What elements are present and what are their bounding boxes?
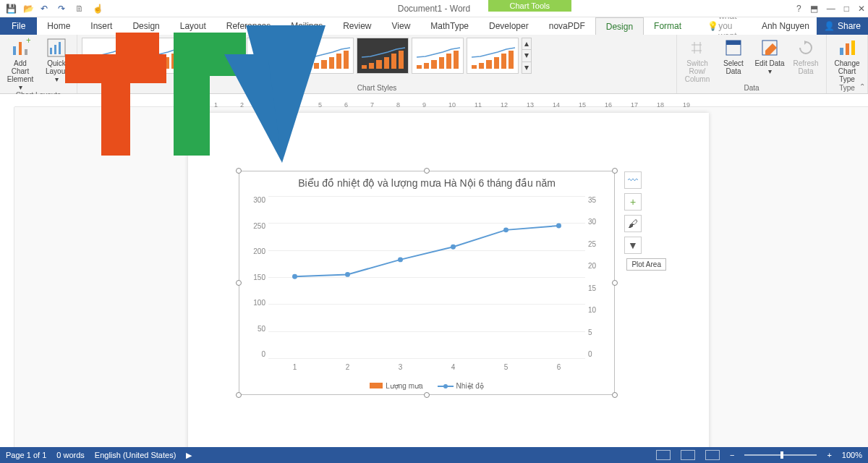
resize-handle[interactable] [612, 168, 618, 174]
y-axis-right: 35302520151050 [588, 196, 610, 358]
chart-style-thumb[interactable] [467, 38, 519, 74]
add-chart-element-label: Add Chart Element [4, 59, 36, 83]
chart-style-thumb[interactable] [137, 38, 189, 74]
chart-styles-button[interactable]: 🖌 [624, 215, 642, 232]
svg-point-15 [345, 272, 350, 277]
svg-point-19 [556, 224, 561, 229]
vertical-ruler[interactable] [0, 107, 14, 447]
svg-point-18 [503, 227, 509, 232]
chart-style-thumb[interactable] [82, 38, 134, 74]
change-chart-type-button[interactable]: Change Chart Type [831, 38, 863, 83]
chart-styles-gallery[interactable]: ▴ ▾ ▾ [82, 38, 672, 74]
collapse-ribbon-icon[interactable]: ⌃ [859, 82, 865, 90]
legend-item-bar: Lượng mưa [370, 382, 422, 390]
plot-area[interactable]: 300250200150100500 35302520151050 123456 [268, 196, 585, 358]
minimize-icon[interactable]: — [827, 4, 835, 14]
share-icon: 👤 [824, 21, 835, 31]
line-series [268, 196, 585, 344]
zoom-level[interactable]: 100% [842, 451, 862, 459]
ribbon-display-icon[interactable]: ⬒ [810, 4, 818, 14]
svg-rect-11 [840, 48, 843, 55]
document-page: Biểu đồ nhiệt độ và lượng mưa Hà Nội 6 t… [188, 113, 709, 447]
user-name[interactable]: Anh Nguyen [754, 17, 817, 35]
chart-style-thumb[interactable] [302, 38, 354, 74]
tab-novapdf[interactable]: novaPDF [539, 17, 595, 35]
tab-insert[interactable]: Insert [80, 17, 122, 35]
x-axis: 123456 [268, 363, 585, 371]
tab-home[interactable]: Home [37, 17, 80, 35]
tab-mathtype[interactable]: MathType [420, 17, 479, 35]
window-controls: ? ⬒ — □ ✕ [796, 4, 865, 14]
tab-design[interactable]: Design [122, 17, 169, 35]
chart-style-thumb[interactable] [192, 38, 244, 74]
legend-swatch-bar [370, 383, 383, 388]
macro-icon[interactable]: ▶ [186, 451, 192, 460]
print-layout-button[interactable] [681, 450, 695, 460]
maximize-icon[interactable]: □ [844, 4, 849, 14]
resize-handle[interactable] [236, 280, 242, 286]
zoom-in-button[interactable]: + [827, 451, 831, 459]
read-mode-button[interactable] [656, 450, 671, 460]
chart-tools-contextual-tab: Chart Tools [488, 0, 571, 12]
redo-icon[interactable]: ↷ [58, 4, 68, 14]
new-icon[interactable]: 🗎 [75, 4, 85, 14]
chart-style-thumb[interactable] [357, 38, 409, 74]
close-icon[interactable]: ✕ [858, 4, 865, 14]
svg-rect-2 [25, 49, 27, 55]
tab-chart-format[interactable]: Format [644, 17, 692, 35]
tab-layout[interactable]: Layout [170, 17, 216, 35]
resize-handle[interactable] [612, 392, 618, 398]
status-words[interactable]: 0 words [56, 451, 85, 459]
switch-row-column-label: Switch Row/ Column [681, 59, 713, 83]
chart-title[interactable]: Biểu đồ nhiệt độ và lượng mưa Hà Nội 6 t… [239, 171, 614, 192]
select-data-button[interactable]: Select Data [718, 38, 749, 83]
add-chart-element-button[interactable]: + Add Chart Element ▾ [4, 38, 36, 91]
group-data: Switch Row/ Column Select Data Edit Data… [677, 35, 827, 93]
window-title: Document1 - Word [398, 4, 470, 14]
open-icon[interactable]: 📂 [23, 4, 33, 14]
chart-legend[interactable]: Lượng mưa Nhiệt độ [239, 382, 614, 390]
undo-icon[interactable]: ↶ [41, 4, 51, 14]
edit-data-button[interactable]: Edit Data ▾ [754, 38, 786, 83]
ribbon-tabs: File Home Insert Design Layout Reference… [0, 17, 868, 35]
status-page[interactable]: Page 1 of 1 [6, 451, 46, 459]
zoom-out-button[interactable]: − [730, 451, 734, 459]
chart-style-thumb[interactable] [412, 38, 464, 74]
tab-mailings[interactable]: Mailings [281, 17, 333, 35]
ribbon-body: + Add Chart Element ▾ Quick Layout ▾ Cha… [0, 35, 868, 94]
chart-elements-plus-button[interactable]: + [624, 193, 642, 211]
resize-handle[interactable] [424, 168, 430, 174]
tell-me-search[interactable]: 💡 Tell me what you want to do... [692, 17, 754, 35]
gallery-more-icon[interactable]: ▾ [522, 62, 531, 73]
svg-rect-6 [54, 45, 56, 54]
touch-icon[interactable]: ☝ [93, 4, 103, 14]
chart-object[interactable]: Biểu đồ nhiệt độ và lượng mưa Hà Nội 6 t… [239, 171, 615, 395]
quick-layout-button[interactable]: Quick Layout ▾ [41, 38, 72, 91]
tab-file[interactable]: File [0, 17, 37, 35]
tab-review[interactable]: Review [333, 17, 381, 35]
chart-style-thumb[interactable] [247, 38, 299, 74]
tab-references[interactable]: References [216, 17, 281, 35]
save-icon[interactable]: 💾 [6, 4, 16, 14]
legend-swatch-line [438, 386, 454, 387]
zoom-slider[interactable] [744, 454, 817, 456]
switch-row-column-icon [687, 38, 707, 58]
help-icon[interactable]: ? [796, 4, 801, 14]
resize-handle[interactable] [236, 168, 242, 174]
share-button[interactable]: 👤Share [817, 17, 868, 35]
chart-filter-button[interactable]: ▼ [624, 237, 642, 254]
status-language[interactable]: English (United States) [95, 451, 176, 459]
chart-elements-button[interactable]: 〰 [624, 171, 642, 189]
horizontal-ruler[interactable]: 012345678910111213141516171819 [14, 94, 868, 107]
add-chart-element-icon: + [10, 38, 30, 58]
tab-chart-design[interactable]: Design [595, 17, 644, 35]
tab-view[interactable]: View [382, 17, 421, 35]
resize-handle[interactable] [424, 392, 430, 398]
tab-developer[interactable]: Developer [479, 17, 539, 35]
resize-handle[interactable] [236, 392, 242, 398]
resize-handle[interactable] [612, 280, 618, 286]
document-workspace[interactable]: Biểu đồ nhiệt độ và lượng mưa Hà Nội 6 t… [14, 107, 868, 447]
type-group-label: Type [839, 84, 855, 92]
web-layout-button[interactable] [705, 450, 720, 460]
svg-rect-1 [19, 42, 22, 55]
